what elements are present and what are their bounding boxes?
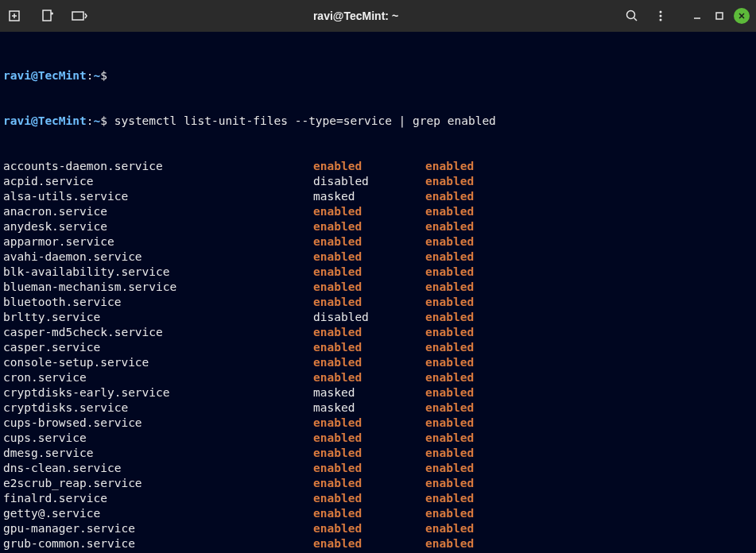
service-name: avahi-daemon.service <box>3 249 313 265</box>
command-text: systemctl list-unit-files --type=service… <box>114 114 496 129</box>
service-name: accounts-daemon.service <box>3 159 313 174</box>
service-name: gpu-manager.service <box>3 521 313 536</box>
service-state2: enabled <box>425 174 474 189</box>
service-row: avahi-daemon.serviceenabledenabled <box>3 249 753 265</box>
service-row: anacron.serviceenabledenabled <box>3 204 753 219</box>
svg-point-4 <box>660 11 662 14</box>
service-state1: enabled <box>313 265 425 280</box>
overview-icon[interactable] <box>70 6 89 25</box>
prompt-line-1: ravi@TecMint:~$ <box>3 68 753 83</box>
service-state1: masked <box>313 400 425 416</box>
service-row: accounts-daemon.serviceenabledenabled <box>3 159 753 174</box>
service-row: bluetooth.serviceenabledenabled <box>3 295 753 310</box>
service-state2: enabled <box>425 446 474 461</box>
service-name: grub-common.service <box>3 536 313 551</box>
prompt-sep: : <box>87 114 94 129</box>
service-state1: enabled <box>313 219 425 234</box>
service-list: accounts-daemon.serviceenabledenabledacp… <box>3 159 753 553</box>
service-state2: enabled <box>425 521 474 536</box>
service-row: e2scrub_reap.serviceenabledenabled <box>3 476 753 491</box>
service-state1: enabled <box>313 506 425 521</box>
service-state1: enabled <box>313 370 425 385</box>
service-state2: enabled <box>425 355 474 370</box>
service-state2: enabled <box>425 370 474 385</box>
service-state1: enabled <box>313 204 425 219</box>
service-name: anydesk.service <box>3 219 313 234</box>
service-row: grub-common.serviceenabledenabled <box>3 536 753 551</box>
service-state2: enabled <box>425 416 474 431</box>
service-state1: enabled <box>313 476 425 491</box>
service-name: finalrd.service <box>3 491 313 506</box>
terminal-output[interactable]: ravi@TecMint:~$ ravi@TecMint:~$ systemct… <box>0 32 756 553</box>
service-name: alsa-utils.service <box>3 189 313 204</box>
service-state2: enabled <box>425 400 474 416</box>
service-row: cups-browsed.serviceenabledenabled <box>3 416 753 431</box>
service-state2: enabled <box>425 295 474 310</box>
prompt-path: ~ <box>94 68 101 83</box>
service-row: blueman-mechanism.serviceenabledenabled <box>3 280 753 295</box>
service-state1: enabled <box>313 536 425 551</box>
service-state2: enabled <box>425 265 474 280</box>
service-row: casper.serviceenabledenabled <box>3 340 753 355</box>
service-state2: enabled <box>425 204 474 219</box>
service-state2: enabled <box>425 310 474 325</box>
service-state1: enabled <box>313 249 425 265</box>
service-state2: enabled <box>425 325 474 340</box>
service-name: blueman-mechanism.service <box>3 280 313 295</box>
close-button[interactable] <box>734 8 750 24</box>
service-name: cups.service <box>3 431 313 446</box>
service-row: finalrd.serviceenabledenabled <box>3 491 753 506</box>
service-name: cryptdisks-early.service <box>3 385 313 400</box>
service-state1: enabled <box>313 461 425 476</box>
service-name: casper.service <box>3 340 313 355</box>
service-name: dns-clean.service <box>3 461 313 476</box>
service-state1: masked <box>313 189 425 204</box>
svg-point-5 <box>660 15 662 17</box>
svg-point-3 <box>627 11 635 19</box>
service-name: bluetooth.service <box>3 295 313 310</box>
svg-rect-2 <box>72 12 83 20</box>
window-controls <box>689 8 750 24</box>
service-name: getty@.service <box>3 506 313 521</box>
service-state1: disabled <box>313 174 425 189</box>
minimize-button[interactable] <box>689 8 705 24</box>
window-title: ravi@TecMint: ~ <box>89 10 622 22</box>
service-row: brltty.servicedisabledenabled <box>3 310 753 325</box>
service-state1: enabled <box>313 280 425 295</box>
service-row: apparmor.serviceenabledenabled <box>3 234 753 249</box>
service-name: apparmor.service <box>3 234 313 249</box>
service-name: casper-md5check.service <box>3 325 313 340</box>
svg-point-6 <box>660 19 662 21</box>
service-state1: enabled <box>313 416 425 431</box>
prompt-path: ~ <box>94 114 101 129</box>
service-row: console-setup.serviceenabledenabled <box>3 355 753 370</box>
service-state2: enabled <box>425 476 474 491</box>
service-name: cups-browsed.service <box>3 416 313 431</box>
service-state2: enabled <box>425 491 474 506</box>
service-state2: enabled <box>425 219 474 234</box>
service-state2: enabled <box>425 340 474 355</box>
service-state2: enabled <box>425 431 474 446</box>
service-state2: enabled <box>425 536 474 551</box>
service-state1: enabled <box>313 521 425 536</box>
menu-icon[interactable] <box>651 6 670 25</box>
service-row: gpu-manager.serviceenabledenabled <box>3 521 753 536</box>
new-tab-icon[interactable] <box>6 6 25 25</box>
prompt-dollar: $ <box>100 114 107 129</box>
service-state2: enabled <box>425 234 474 249</box>
prompt-sep: : <box>87 68 94 83</box>
maximize-button[interactable] <box>711 8 727 24</box>
service-state2: enabled <box>425 461 474 476</box>
new-window-icon[interactable] <box>38 6 57 25</box>
titlebar: ravi@TecMint: ~ <box>0 0 756 32</box>
service-name: brltty.service <box>3 310 313 325</box>
svg-rect-1 <box>43 10 51 21</box>
search-icon[interactable] <box>622 6 642 25</box>
service-name: console-setup.service <box>3 355 313 370</box>
service-state1: enabled <box>313 295 425 310</box>
service-name: e2scrub_reap.service <box>3 476 313 491</box>
service-state1: enabled <box>313 325 425 340</box>
service-state1: enabled <box>313 234 425 249</box>
service-row: cups.serviceenabledenabled <box>3 431 753 446</box>
prompt-dollar: $ <box>100 68 107 83</box>
